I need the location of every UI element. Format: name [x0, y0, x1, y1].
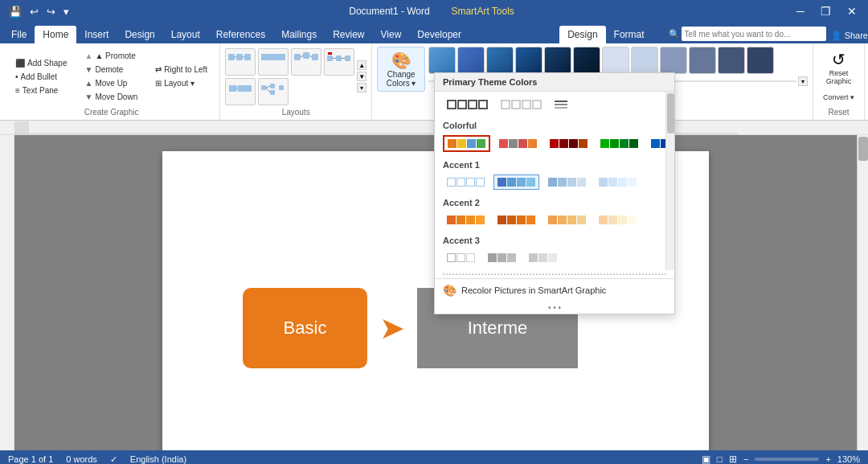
convert-button[interactable]: Convert ▾: [820, 92, 858, 103]
promote-button[interactable]: ▲ ▲ Promote: [81, 50, 142, 62]
accent1-swatch-4[interactable]: [595, 175, 641, 190]
theme-swatch-group-1[interactable]: [443, 96, 492, 113]
undo-button[interactable]: ↩: [27, 5, 41, 18]
styles-scroll-btn[interactable]: ▾: [798, 76, 808, 86]
save-button[interactable]: 💾: [6, 5, 24, 18]
move-up-button[interactable]: ▲ Move Up: [81, 77, 142, 89]
tab-insert[interactable]: Insert: [76, 26, 117, 43]
svg-rect-13: [327, 55, 333, 61]
proofing-icon[interactable]: ✓: [110, 454, 117, 465]
word-count: 0 words: [66, 454, 97, 464]
smartart-style-9[interactable]: [660, 47, 687, 74]
zoom-plus[interactable]: +: [825, 454, 830, 464]
recolor-icon: 🎨: [443, 284, 457, 297]
close-button[interactable]: ✕: [842, 3, 862, 19]
svg-rect-1: [236, 54, 243, 60]
layout-thumb-6[interactable]: [258, 78, 289, 105]
colorful-swatch-2[interactable]: [495, 135, 541, 152]
accent1-swatch-3[interactable]: [544, 175, 590, 190]
theme-swatch: [447, 100, 457, 109]
tab-smartart-design[interactable]: Design: [559, 26, 605, 43]
status-bar: Page 1 of 1 0 words ✓ English (India) ▣ …: [0, 450, 868, 464]
move-down-button[interactable]: ▼ Move Down: [81, 91, 142, 103]
right-to-left-button[interactable]: ⇄ Right to Left: [151, 64, 211, 76]
smartart-style-5[interactable]: [544, 47, 571, 74]
theme-swatch: [468, 100, 477, 109]
change-colors-label: Change Colors ▾: [387, 70, 416, 88]
colorful-swatch-1[interactable]: [443, 135, 490, 152]
layouts-group: ▲ ▼ ▾ Layouts: [220, 43, 372, 120]
accent2-swatch-4[interactable]: [595, 212, 641, 228]
window-controls: ─ ❐ ✕: [792, 3, 862, 19]
tab-design[interactable]: Design: [117, 26, 162, 43]
tab-smartart-format[interactable]: Format: [606, 26, 653, 43]
tab-layout[interactable]: Layout: [163, 26, 208, 43]
accent3-swatch-2[interactable]: [484, 250, 520, 265]
tab-home[interactable]: Home: [35, 26, 76, 43]
minimize-button[interactable]: ─: [792, 3, 809, 19]
dropdown-scrollbar-thumb[interactable]: [667, 93, 674, 133]
dropdown-scrollbar[interactable]: [665, 92, 674, 270]
view-print-button[interactable]: □: [717, 454, 723, 464]
layout-thumb-4[interactable]: [324, 48, 354, 76]
text-pane-button[interactable]: ≡ Text Pane: [11, 84, 72, 96]
smartart-style-7[interactable]: [602, 47, 629, 74]
accent1-swatch-1[interactable]: [443, 175, 489, 190]
redo-button[interactable]: ↪: [44, 5, 58, 18]
tell-me-input[interactable]: [682, 27, 826, 41]
scrollbar-thumb[interactable]: [858, 137, 868, 161]
tab-review[interactable]: Review: [325, 26, 372, 43]
accent3-swatch-3[interactable]: [525, 250, 561, 265]
tab-references[interactable]: References: [208, 26, 273, 43]
page-count: Page 1 of 1: [8, 454, 53, 464]
smartart-style-12[interactable]: [747, 47, 774, 74]
theme-swatch: [532, 100, 542, 109]
layout-dropdown-button[interactable]: ⊞ Layout ▾: [151, 77, 211, 89]
layouts-scroll-more[interactable]: ▾: [357, 83, 366, 92]
zoom-slider[interactable]: [755, 458, 819, 461]
smartart-style-2[interactable]: [457, 47, 485, 74]
layout-thumb-1[interactable]: [225, 48, 256, 76]
smartart-style-4[interactable]: [515, 47, 542, 74]
view-normal-button[interactable]: ▣: [702, 454, 710, 464]
smartart-style-11[interactable]: [718, 47, 745, 74]
smartart-style-6[interactable]: [573, 47, 600, 74]
smartart-style-3[interactable]: [486, 47, 514, 74]
accent1-swatch-2[interactable]: [493, 175, 539, 190]
layout-thumb-3[interactable]: [291, 48, 321, 76]
theme-swatch-group-3[interactable]: [551, 96, 571, 113]
colorful-swatch-3[interactable]: [546, 135, 592, 152]
accent2-swatch-3[interactable]: [544, 212, 590, 228]
vertical-scrollbar[interactable]: [857, 135, 868, 450]
share-button[interactable]: 👤 Share: [826, 30, 868, 43]
recolor-label: Recolor Pictures in SmartArt Graphic: [461, 285, 606, 295]
smartart-style-8[interactable]: [631, 47, 658, 74]
reset-graphic-button[interactable]: ↺ Reset Graphic: [821, 47, 858, 88]
svg-rect-10: [312, 54, 318, 60]
layouts-scroll-down[interactable]: ▼: [357, 72, 366, 81]
smartart-style-10[interactable]: [689, 47, 716, 74]
layout-thumb-5[interactable]: [225, 78, 256, 105]
recolor-pictures-button[interactable]: 🎨 Recolor Pictures in SmartArt Graphic: [435, 278, 674, 302]
layouts-scroll-up[interactable]: ▲: [357, 60, 366, 70]
accent2-swatch-1[interactable]: [443, 212, 489, 228]
accent2-swatch-2[interactable]: [493, 212, 539, 228]
tab-file[interactable]: File: [3, 26, 35, 43]
tab-mailings[interactable]: Mailings: [273, 26, 325, 43]
change-colors-button[interactable]: 🎨 Change Colors ▾: [377, 47, 425, 92]
add-bullet-button[interactable]: • Add Bullet: [11, 71, 72, 83]
layout-thumb-2[interactable]: [258, 48, 289, 76]
zoom-minus[interactable]: −: [743, 454, 748, 464]
restore-button[interactable]: ❐: [816, 3, 836, 19]
title-bar-left: 💾 ↩ ↪ ▾: [6, 5, 72, 18]
quick-access-dropdown[interactable]: ▾: [61, 5, 72, 18]
smartart-style-1[interactable]: [428, 47, 456, 74]
add-shape-button[interactable]: ⬛ Add Shape: [11, 57, 72, 69]
theme-swatch-group-2[interactable]: [497, 96, 546, 113]
tab-view[interactable]: View: [373, 26, 410, 43]
view-web-button[interactable]: ⊞: [729, 454, 737, 464]
tab-developer[interactable]: Developer: [409, 26, 469, 43]
colorful-swatch-4[interactable]: [596, 135, 642, 152]
demote-button[interactable]: ▼ Demote: [81, 64, 142, 76]
accent3-swatch-1[interactable]: [443, 250, 479, 265]
